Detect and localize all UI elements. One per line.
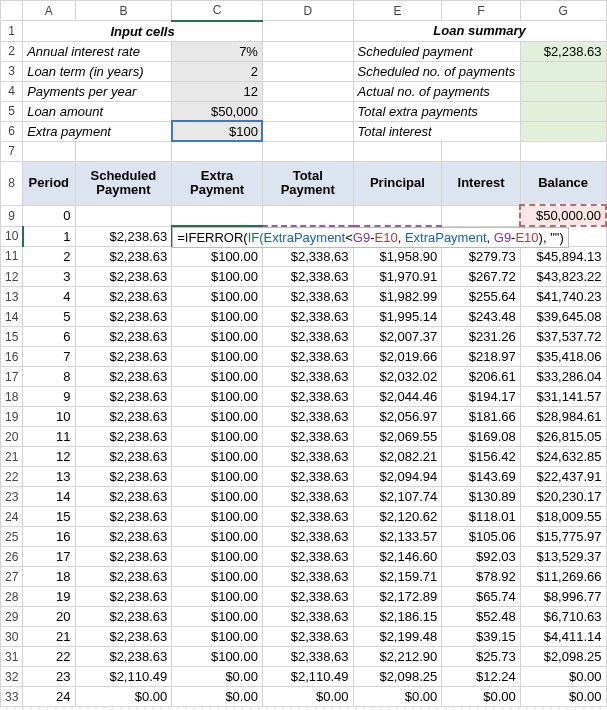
cell-total[interactable]: $2,338.63 bbox=[262, 387, 353, 407]
cell-extra[interactable]: $100.00 bbox=[172, 487, 263, 507]
row-header[interactable]: 17 bbox=[1, 367, 23, 387]
cell-balance[interactable]: $39,645.08 bbox=[520, 307, 606, 327]
cell-extra[interactable]: $100.00 bbox=[172, 547, 263, 567]
cell-balance[interactable]: $26,815.05 bbox=[520, 427, 606, 447]
cell-interest[interactable]: $231.26 bbox=[442, 327, 521, 347]
cell-balance[interactable]: $4,411.14 bbox=[520, 627, 606, 647]
cell-total[interactable]: $2,338.63 bbox=[262, 267, 353, 287]
cell-total[interactable]: $2,338.63 bbox=[262, 407, 353, 427]
cell-sched[interactable]: $2,238.63 bbox=[75, 567, 172, 587]
cell[interactable] bbox=[262, 41, 353, 61]
row-header[interactable]: 9 bbox=[1, 205, 23, 226]
cell-interest[interactable]: $255.64 bbox=[442, 287, 521, 307]
row-header[interactable]: 8 bbox=[1, 161, 23, 205]
cell-principal[interactable]: $1,970.91 bbox=[353, 267, 442, 287]
cell-sched[interactable]: $2,238.63 bbox=[75, 527, 172, 547]
row-header[interactable]: 30 bbox=[1, 627, 23, 647]
cell-interest[interactable]: $39.15 bbox=[442, 627, 521, 647]
cell[interactable] bbox=[23, 141, 75, 161]
cell-period[interactable]: 21 bbox=[23, 627, 75, 647]
cell-period[interactable]: 17 bbox=[23, 547, 75, 567]
cell-sched[interactable]: $2,238.63 bbox=[75, 327, 172, 347]
row-header[interactable]: 14 bbox=[1, 307, 23, 327]
cell-interest[interactable]: $267.72 bbox=[442, 267, 521, 287]
cell-sched[interactable]: $2,238.63 bbox=[75, 427, 172, 447]
row-header[interactable]: 31 bbox=[1, 647, 23, 667]
cell-sched[interactable]: $2,238.63 bbox=[75, 547, 172, 567]
cell-extra[interactable]: $100.00 bbox=[172, 267, 263, 287]
cell-principal[interactable]: $2,007.37 bbox=[353, 327, 442, 347]
cell-principal[interactable]: $2,094.94 bbox=[353, 467, 442, 487]
cell-total[interactable]: $2,338.63 bbox=[262, 307, 353, 327]
cell-interest[interactable]: $105.06 bbox=[442, 527, 521, 547]
cell-balance[interactable]: $0.00 bbox=[520, 687, 606, 707]
cell-balance[interactable]: $11,269.66 bbox=[520, 567, 606, 587]
value-total-interest[interactable] bbox=[520, 121, 606, 141]
cell-sched[interactable]: $2,238.63 bbox=[75, 267, 172, 287]
cell-sched[interactable]: $2,238.63 bbox=[75, 347, 172, 367]
value-ppy[interactable]: 12 bbox=[172, 81, 263, 101]
cell-extra[interactable]: $100.00 bbox=[172, 347, 263, 367]
value-extra-payment[interactable]: $100 bbox=[172, 121, 263, 141]
cell-period-0[interactable]: 0 bbox=[23, 205, 75, 226]
cell-sched[interactable]: $2,110.49 bbox=[75, 667, 172, 687]
cell-period[interactable]: 20 bbox=[23, 607, 75, 627]
cell-total[interactable]: $2,338.63 bbox=[262, 487, 353, 507]
row-header[interactable]: 32 bbox=[1, 667, 23, 687]
value-sched-num[interactable] bbox=[520, 61, 606, 81]
cell-principal[interactable]: $2,098.25 bbox=[353, 667, 442, 687]
cell-balance[interactable]: $22,437.91 bbox=[520, 467, 606, 487]
row-header[interactable]: 22 bbox=[1, 467, 23, 487]
row-header[interactable]: 28 bbox=[1, 587, 23, 607]
cell-sched[interactable]: $2,238.63 bbox=[75, 467, 172, 487]
value-annual-rate[interactable]: 7% bbox=[172, 41, 263, 61]
cell-principal[interactable]: $1,995.14 bbox=[353, 307, 442, 327]
cell[interactable] bbox=[172, 141, 263, 161]
cell[interactable] bbox=[442, 141, 521, 161]
cell-balance[interactable]: $28,984.61 bbox=[520, 407, 606, 427]
cell-period[interactable]: 5 bbox=[23, 307, 75, 327]
starting-balance[interactable]: $50,000.00 bbox=[520, 205, 606, 226]
cell-total[interactable]: $2,338.63 bbox=[262, 547, 353, 567]
cell-balance[interactable]: $45,894.13 bbox=[520, 246, 606, 267]
cell-extra[interactable]: $100.00 bbox=[172, 647, 263, 667]
row-header[interactable]: 24 bbox=[1, 507, 23, 527]
cell-extra[interactable]: $100.00 bbox=[172, 407, 263, 427]
row-header[interactable]: 26 bbox=[1, 547, 23, 567]
cell-balance[interactable]: $37,537.72 bbox=[520, 327, 606, 347]
cell-sched[interactable]: $2,238.63 bbox=[75, 246, 172, 267]
cell-period[interactable]: 13 bbox=[23, 467, 75, 487]
cell-interest[interactable]: $92.03 bbox=[442, 547, 521, 567]
cell-interest[interactable]: $279.73 bbox=[442, 246, 521, 267]
cell-total[interactable]: $2,338.63 bbox=[262, 567, 353, 587]
cell-total[interactable]: $2,338.63 bbox=[262, 627, 353, 647]
row-header[interactable]: 2 bbox=[1, 41, 23, 61]
cell-interest[interactable]: $243.48 bbox=[442, 307, 521, 327]
cell-balance[interactable]: $8,996.77 bbox=[520, 587, 606, 607]
row-header[interactable]: 13 bbox=[1, 287, 23, 307]
cell-extra[interactable]: $100.00 bbox=[172, 627, 263, 647]
cell-principal[interactable]: $2,186.15 bbox=[353, 607, 442, 627]
cell-principal[interactable]: $2,133.57 bbox=[353, 527, 442, 547]
cell-sched[interactable]: $2,238.63 bbox=[75, 367, 172, 387]
cell-sched[interactable]: $2,238.63 bbox=[75, 226, 172, 246]
row-header[interactable]: 21 bbox=[1, 447, 23, 467]
cell-balance[interactable]: $24,632.85 bbox=[520, 447, 606, 467]
cell[interactable] bbox=[520, 141, 606, 161]
cell[interactable] bbox=[262, 21, 353, 42]
cell-period[interactable]: 4 bbox=[23, 287, 75, 307]
cell-principal[interactable]: $2,199.48 bbox=[353, 627, 442, 647]
row-header[interactable]: 29 bbox=[1, 607, 23, 627]
cell-sched[interactable]: $0.00 bbox=[75, 687, 172, 707]
cell-period[interactable]: 7 bbox=[23, 347, 75, 367]
cell-principal[interactable]: $2,212.90 bbox=[353, 647, 442, 667]
row-header[interactable]: 23 bbox=[1, 487, 23, 507]
cell-sched[interactable]: $2,238.63 bbox=[75, 487, 172, 507]
cell-balance[interactable]: $15,775.97 bbox=[520, 527, 606, 547]
cell[interactable] bbox=[262, 81, 353, 101]
cell-extra[interactable]: $100.00 bbox=[172, 287, 263, 307]
cell-total[interactable]: $2,338.63 bbox=[262, 507, 353, 527]
cell-total[interactable]: $2,338.63 bbox=[262, 367, 353, 387]
cell[interactable] bbox=[75, 205, 172, 226]
cell-principal[interactable]: $2,107.74 bbox=[353, 487, 442, 507]
